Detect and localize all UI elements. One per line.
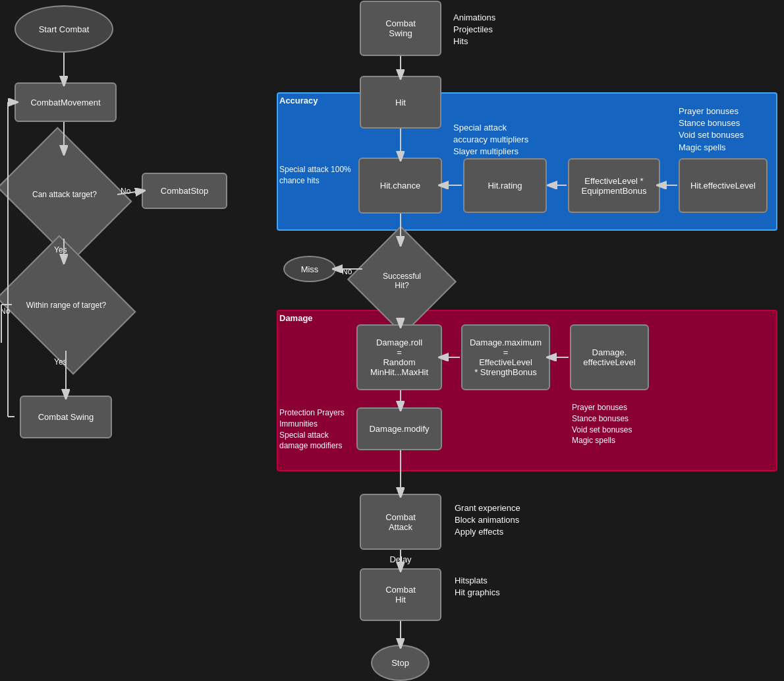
annotation-protection-prayers: Protection Prayers Immunities Special at…: [279, 407, 355, 452]
within-range-diamond: Within range of target?: [12, 260, 121, 349]
combat-movement-node: CombatMovement: [14, 82, 117, 122]
start-combat-node: Start Combat: [14, 5, 113, 53]
label-no-within-range: No: [0, 307, 10, 316]
label-yes-within-range: Yes: [54, 357, 67, 367]
combat-hit-node: Combat Hit: [360, 568, 441, 621]
damage-label: Damage: [279, 313, 313, 323]
effective-level-eq-node: EffectiveLevel * EquipmentBonus: [568, 158, 660, 213]
flowchart: Accuracy Damage Start Combat CombatMovem…: [0, 0, 784, 681]
damage-effective-node: Damage. effectiveLevel: [570, 324, 649, 390]
label-no-successful: No: [342, 267, 352, 276]
label-yes-can-attack: Yes: [54, 245, 67, 254]
combat-attack-node: Combat Attack: [360, 494, 441, 550]
can-attack-diamond: Can attack target?: [12, 152, 117, 237]
successful-hit-diamond: Successful Hit?: [362, 243, 441, 318]
damage-maximum-node: Damage.maximum = EffectiveLevel * Streng…: [461, 324, 550, 390]
annotation-delay: Delay: [371, 554, 430, 566]
annotation-hitsplats: Hitsplats Hit graphics: [455, 575, 500, 599]
hit-chance-node: Hit.chance: [358, 158, 442, 214]
annotation-special-100: Special attack 100% chance hits: [279, 164, 352, 187]
combat-swing-left-node: Combat Swing: [20, 396, 112, 438]
annotation-prayer-red: Prayer bonuses Stance bonuses Void set b…: [572, 402, 664, 446]
combat-swing-top-node: Combat Swing: [360, 1, 441, 56]
annotation-grant-exp: Grant experience Block animations Apply …: [455, 502, 520, 539]
hit-effective-level-node: Hit.effectiveLevel: [679, 158, 768, 213]
annotation-accuracy-right: Special attack accuracy multipliers Slay…: [453, 122, 528, 158]
stop-node: Stop: [371, 645, 430, 681]
label-no-can-attack: No: [121, 187, 130, 196]
hit-node: Hit: [360, 76, 441, 129]
annotation-top-right: Animations Projectiles Hits: [453, 12, 495, 48]
combat-stop-node: CombatStop: [142, 173, 227, 209]
hit-rating-node: Hit.rating: [463, 158, 547, 213]
damage-roll-node: Damage.roll = Random MinHit...MaxHit: [356, 324, 442, 390]
miss-node: Miss: [283, 256, 336, 282]
accuracy-label: Accuracy: [279, 96, 318, 105]
damage-modify-node: Damage.modify: [356, 407, 442, 450]
annotation-prayer-top: Prayer bonuses Stance bonuses Void set b…: [679, 105, 781, 154]
